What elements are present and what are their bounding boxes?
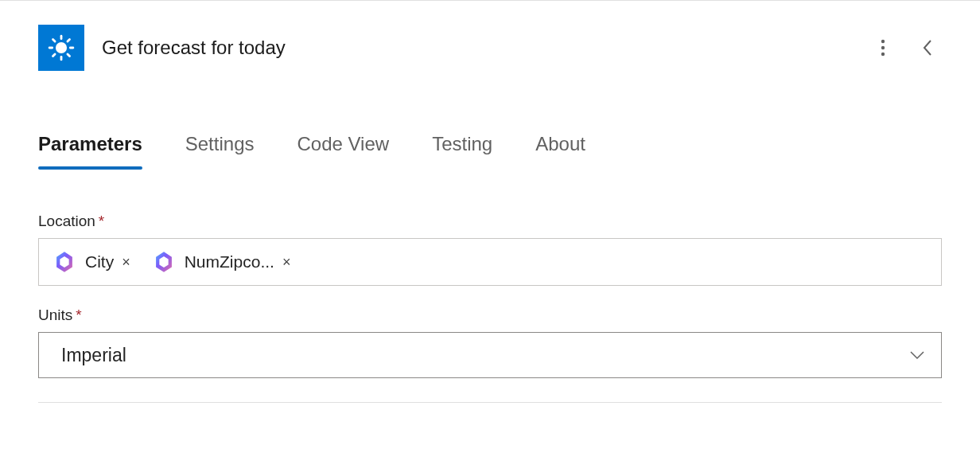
location-input[interactable]: City × xyxy=(38,238,942,286)
svg-point-10 xyxy=(881,46,885,49)
svg-line-5 xyxy=(53,40,56,42)
units-value: Imperial xyxy=(61,345,126,366)
token-label: NumZipco... xyxy=(185,252,274,271)
tab-about[interactable]: About xyxy=(535,133,585,168)
token-remove-button[interactable]: × xyxy=(120,254,135,271)
more-vertical-icon xyxy=(881,38,885,57)
tab-parameters[interactable]: Parameters xyxy=(38,133,142,168)
collapse-button[interactable] xyxy=(913,33,942,62)
units-label: Units* xyxy=(38,307,942,324)
tab-settings[interactable]: Settings xyxy=(185,133,255,168)
field-units: Units* Imperial xyxy=(38,307,942,378)
more-options-button[interactable] xyxy=(869,33,897,62)
token-remove-button[interactable]: × xyxy=(281,254,296,271)
required-indicator: * xyxy=(76,307,81,323)
tab-testing[interactable]: Testing xyxy=(432,133,492,168)
action-title: Get forecast for today xyxy=(102,37,286,59)
svg-point-0 xyxy=(56,42,67,53)
copilot-icon xyxy=(150,248,178,276)
close-icon: × xyxy=(122,254,130,270)
units-select[interactable]: Imperial xyxy=(38,332,942,378)
required-indicator: * xyxy=(99,213,104,229)
location-label: Location* xyxy=(38,213,942,230)
header-actions xyxy=(869,33,942,62)
copilot-icon xyxy=(50,248,79,276)
tab-code-view[interactable]: Code View xyxy=(297,133,389,168)
section-divider xyxy=(38,402,942,403)
svg-point-11 xyxy=(881,53,885,56)
svg-line-8 xyxy=(68,40,70,42)
svg-point-9 xyxy=(881,40,885,43)
sun-icon xyxy=(48,34,75,61)
tab-list: Parameters Settings Code View Testing Ab… xyxy=(38,133,942,168)
token-city[interactable]: City × xyxy=(47,246,138,278)
action-panel: Get forecast for today xyxy=(0,0,980,427)
action-connector-icon xyxy=(38,25,84,71)
svg-line-6 xyxy=(68,54,70,57)
svg-line-7 xyxy=(53,54,56,57)
close-icon: × xyxy=(282,254,291,270)
field-location: Location* xyxy=(38,213,942,286)
parameters-form: Location* xyxy=(38,213,942,403)
token-zipcode[interactable]: NumZipco... × xyxy=(146,246,299,278)
chevron-left-icon xyxy=(922,38,933,57)
chevron-down-icon xyxy=(909,350,925,360)
token-label: City xyxy=(85,252,114,271)
panel-header: Get forecast for today xyxy=(38,25,942,71)
